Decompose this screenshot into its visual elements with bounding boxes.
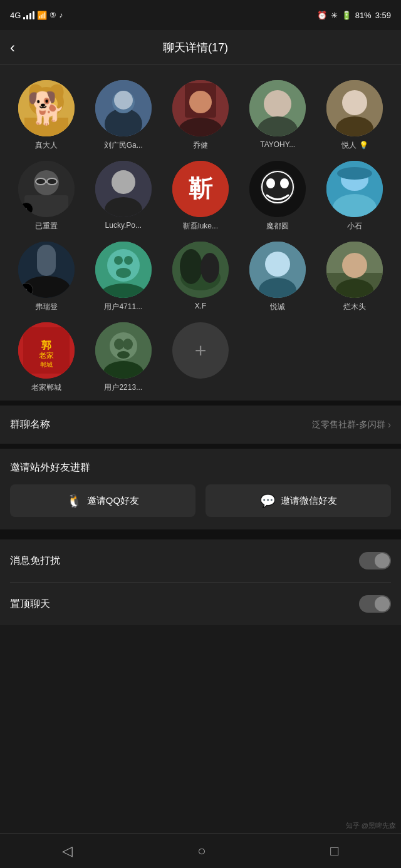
member-avatar: ♪ <box>18 161 75 217</box>
member-name: Lucky.Po... <box>105 221 142 230</box>
svg-text:郸城: 郸城 <box>40 361 53 368</box>
member-name: 用户2213... <box>104 382 142 393</box>
member-avatar <box>172 242 229 298</box>
member-item[interactable]: X.F <box>164 242 236 312</box>
bluetooth-icon: ✳ <box>331 11 338 20</box>
recent-nav-button[interactable]: □ <box>330 843 338 859</box>
member-item[interactable]: 小石 <box>319 161 391 232</box>
pin-toggle[interactable] <box>359 595 391 613</box>
pin-label: 置顶聊天 <box>10 598 50 611</box>
member-avatar <box>249 242 306 298</box>
member-name: 弗瑞登 <box>35 302 58 312</box>
member-item[interactable]: 用户4711... <box>87 242 159 312</box>
member-avatar <box>249 161 306 217</box>
clock: 3:59 <box>375 11 391 20</box>
svg-text:郭: 郭 <box>41 339 51 350</box>
qq-icon: 🐧 <box>66 493 82 508</box>
svg-point-2 <box>29 87 64 117</box>
member-item[interactable]: ♪ 弗瑞登 <box>10 242 82 312</box>
members-section: 真大人 刘广民Ga... 乔健 TAYOHY... 悦人 💡 <box>0 65 401 401</box>
battery-percent: 81% <box>355 11 372 20</box>
svg-point-73 <box>123 339 133 350</box>
tiktok-badge: ♪ <box>19 283 33 297</box>
svg-point-7 <box>48 97 55 103</box>
status-signal: 4G 📶 ⑤ ♪ <box>10 11 63 20</box>
svg-point-74 <box>117 351 130 359</box>
member-name: 刘广民Ga... <box>104 140 143 151</box>
svg-point-43 <box>337 167 372 180</box>
svg-point-56 <box>180 249 202 284</box>
member-item[interactable]: ♪ 已重置 <box>10 161 82 232</box>
svg-point-5 <box>35 94 58 114</box>
add-member-item[interactable]: + - <box>164 322 236 393</box>
svg-point-51 <box>124 256 133 265</box>
signal-bars <box>23 11 34 19</box>
settings-section: 群聊名称 泛零售社群-多闪群 › <box>0 406 401 444</box>
invite-buttons: 🐧 邀请QQ好友 💬 邀请微信好友 <box>10 484 391 517</box>
svg-point-52 <box>116 268 131 278</box>
back-nav-button[interactable]: ◁ <box>62 843 73 859</box>
svg-point-19 <box>264 90 291 118</box>
member-name: 用户4711... <box>104 302 142 312</box>
member-item[interactable]: 刘广民Ga... <box>87 80 159 151</box>
divider <box>0 529 401 539</box>
svg-rect-29 <box>46 181 47 183</box>
tiktok-badge: ♪ <box>19 202 33 216</box>
member-item[interactable]: 真大人 <box>10 80 82 151</box>
toggle-settings-section: 消息免打扰 置顶聊天 <box>0 539 401 625</box>
member-item[interactable]: 悦人 💡 <box>319 80 391 151</box>
svg-point-16 <box>189 91 212 113</box>
svg-point-8 <box>40 105 53 112</box>
member-avatar <box>249 80 306 136</box>
member-item[interactable]: 烂木头 <box>319 242 391 312</box>
invite-title: 邀请站外好友进群 <box>10 461 391 474</box>
invite-qq-button[interactable]: 🐧 邀请QQ好友 <box>10 484 195 517</box>
member-item[interactable]: TAYOHY... <box>242 80 314 151</box>
svg-text:老家: 老家 <box>39 351 54 360</box>
member-item[interactable]: 乔健 <box>164 80 236 151</box>
member-avatar <box>326 80 383 136</box>
dnd-row: 消息免打扰 <box>10 539 391 583</box>
member-avatar: 靳 <box>172 161 229 217</box>
member-item[interactable]: 魔都圆 <box>242 161 314 232</box>
member-item[interactable]: 郭老家郸城 老家郸城 <box>10 322 82 393</box>
back-button[interactable]: ‹ <box>10 39 15 56</box>
divider <box>0 444 401 449</box>
member-item[interactable]: 悦诚 <box>242 242 314 312</box>
member-avatar <box>95 161 152 217</box>
member-avatar <box>95 242 152 298</box>
status-right: ⏰ ✳ 🔋 81% 3:59 <box>317 11 391 20</box>
group-name-value: 泛零售社群-多闪群 › <box>312 419 391 431</box>
home-nav-button[interactable]: ○ <box>197 843 206 859</box>
dnd-toggle-knob <box>375 553 390 568</box>
group-name-row[interactable]: 群聊名称 泛零售社群-多闪群 › <box>10 406 391 444</box>
member-name: 老家郸城 <box>31 382 61 393</box>
bottom-nav: ◁ ○ □ <box>0 833 401 868</box>
member-name: 悦人 💡 <box>341 140 368 151</box>
member-avatar <box>172 80 229 136</box>
member-item[interactable]: 用户2213... <box>87 322 159 393</box>
svg-point-39 <box>280 178 289 188</box>
member-item[interactable]: Lucky.Po... <box>87 161 159 232</box>
member-avatar <box>326 161 383 217</box>
svg-point-6 <box>38 97 44 103</box>
dnd-toggle[interactable] <box>359 552 391 569</box>
member-avatar: ♪ <box>18 242 75 298</box>
group-name-label: 群聊名称 <box>10 418 50 431</box>
battery-icon: 🔋 <box>341 11 352 20</box>
members-grid: 真大人 刘广民Ga... 乔健 TAYOHY... 悦人 💡 <box>10 80 391 393</box>
wechat-icon: 💬 <box>260 493 276 508</box>
member-avatar <box>18 80 75 136</box>
svg-point-63 <box>342 253 367 278</box>
member-name: 乔健 <box>193 140 208 151</box>
invite-wechat-button[interactable]: 💬 邀请微信好友 <box>206 484 391 517</box>
add-member-button[interactable]: + <box>172 322 229 379</box>
member-name: 小石 <box>347 221 362 232</box>
svg-point-31 <box>112 170 135 194</box>
member-avatar: 郭老家郸城 <box>18 322 75 379</box>
svg-point-59 <box>265 252 290 277</box>
watermark: 知乎 @黑啤先森 <box>346 821 396 830</box>
chevron-right-icon: › <box>388 419 391 431</box>
invite-section: 邀请站外好友进群 🐧 邀请QQ好友 💬 邀请微信好友 <box>0 449 401 529</box>
member-item[interactable]: 靳 靳磊luke... <box>164 161 236 232</box>
